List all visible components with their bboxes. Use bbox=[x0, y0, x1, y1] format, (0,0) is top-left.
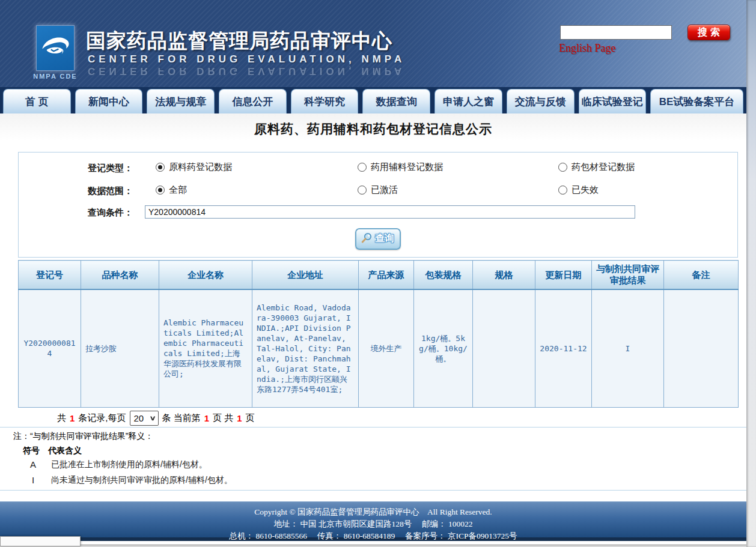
col-package-spec: 包装规格 bbox=[414, 261, 473, 289]
cell-remark bbox=[664, 289, 739, 408]
nav-tab-be-platform[interactable]: BE试验备案平台 bbox=[650, 89, 743, 113]
scope-label: 数据范围： bbox=[88, 186, 133, 197]
note-title: 注：“与制剂共同审评审批结果”释义： bbox=[13, 431, 153, 442]
page: NMPA CDE 国家药品监督管理局药品审评中心 CENTER FOR DRUG… bbox=[0, 0, 756, 547]
cde-logo[interactable] bbox=[36, 25, 75, 71]
query-label: 查询条件： bbox=[88, 207, 133, 219]
header-search-input[interactable] bbox=[560, 25, 672, 40]
results-table: 登记号 品种名称 企业名称 企业地址 产品来源 包装规格 规格 更新日期 与制剂… bbox=[18, 260, 739, 408]
nav-tab-news[interactable]: 新闻中心 bbox=[75, 89, 143, 113]
radio-icon bbox=[358, 163, 367, 172]
nav-tab-info-disclosure[interactable]: 信息公开 bbox=[219, 89, 287, 113]
pager-text: 页 共 bbox=[213, 413, 233, 424]
nav-tab-science[interactable]: 科学研究 bbox=[291, 89, 359, 113]
radio-icon bbox=[558, 163, 567, 172]
radio-label: 全部 bbox=[169, 184, 187, 196]
window-bottom-edge bbox=[0, 545, 756, 547]
per-page-value: 20 bbox=[134, 413, 144, 423]
query-button-label: 查询 bbox=[375, 232, 394, 245]
nav-tab-regulations[interactable]: 法规与规章 bbox=[147, 89, 215, 113]
page-title: 原料药、药用辅料和药包材登记信息公示 bbox=[0, 121, 746, 138]
site-title: 国家药品监督管理局药品审评中心 bbox=[86, 28, 392, 55]
note-col-symbol: 符号 bbox=[23, 446, 40, 456]
radio-label: 已失效 bbox=[572, 184, 599, 196]
radio-type-excipient[interactable]: 药用辅料登记数据 bbox=[358, 162, 443, 173]
col-review-result: 与制剂共同审评审批结果 bbox=[592, 261, 664, 289]
divider bbox=[0, 490, 746, 491]
cell-product-source: 境外生产 bbox=[359, 289, 414, 408]
radio-type-raw-material[interactable]: 原料药登记数据 bbox=[156, 162, 232, 173]
cell-update-date: 2020-11-12 bbox=[535, 289, 592, 408]
search-icon bbox=[361, 232, 373, 246]
site-subtitle: CENTER FOR DRUG EVALUATION, NMPA bbox=[88, 53, 405, 65]
col-product-source: 产品来源 bbox=[359, 261, 414, 289]
main-nav: 首 页 新闻中心 法规与规章 信息公开 科学研究 数据查询 申请人之窗 交流与反… bbox=[0, 87, 746, 113]
note-symbol: I bbox=[24, 475, 42, 485]
radio-type-packaging[interactable]: 药包材登记数据 bbox=[558, 162, 635, 173]
pager-text: 条记录,每页 bbox=[78, 413, 126, 424]
table-row: Y20200000814 拉考沙胺 Alembic Pharmaceutical… bbox=[19, 289, 739, 408]
header-search-button[interactable]: 搜索 bbox=[687, 25, 730, 40]
chevron-down-icon: ∨ bbox=[150, 414, 156, 422]
query-button[interactable]: 查询 bbox=[355, 228, 401, 250]
cell-package-spec: 1kg/桶。5kg/桶。10kg/桶。 bbox=[414, 289, 473, 408]
cell-company-address: Alembic Road, Vadodara-390003 Gujarat, I… bbox=[252, 289, 359, 408]
site-subtitle-reflection: CENTER FOR DRUG EVALUATION, NMPA bbox=[88, 65, 405, 77]
footer-contact: 总机： 8610-68585566 传真： 8610-68584189 备案序号… bbox=[0, 530, 746, 542]
col-product-name: 品种名称 bbox=[81, 261, 159, 289]
radio-icon bbox=[358, 186, 367, 195]
english-page-link[interactable]: English Page bbox=[559, 42, 616, 55]
pager-text: 共 bbox=[57, 413, 66, 424]
radio-icon bbox=[156, 186, 165, 195]
record-count: 1 bbox=[70, 413, 75, 423]
radio-label: 原料药登记数据 bbox=[169, 162, 232, 173]
note-symbol: A bbox=[24, 459, 42, 470]
type-label: 登记类型： bbox=[88, 163, 133, 174]
note-meaning: 尚未通过与制剂共同审评审批的原料/辅料/包材。 bbox=[51, 475, 233, 486]
nav-tab-feedback[interactable]: 交流与反馈 bbox=[507, 89, 575, 113]
pager-text: 页 bbox=[246, 413, 255, 424]
browser-status-popup bbox=[0, 536, 81, 546]
radio-scope-expired[interactable]: 已失效 bbox=[558, 184, 599, 196]
radio-scope-active[interactable]: 已激活 bbox=[358, 184, 398, 196]
logo-caption: NMPA CDE bbox=[25, 73, 85, 80]
site-footer: Copyright © 国家药品监督管理局药品审评中心 All Right Re… bbox=[0, 501, 746, 541]
radio-icon bbox=[156, 163, 165, 172]
cell-review-result: I bbox=[592, 289, 664, 408]
filter-panel: 登记类型： 原料药登记数据 药用辅料登记数据 药包材登记数据 数据范围： 全部 … bbox=[18, 152, 738, 258]
footer-address: 地址： 中国 北京市朝阳区建国路128号 邮编： 100022 bbox=[0, 518, 746, 530]
total-pages: 1 bbox=[237, 413, 242, 423]
site-header: NMPA CDE 国家药品监督管理局药品审评中心 CENTER FOR DRUG… bbox=[0, 0, 746, 87]
per-page-select[interactable]: 20 ∨ bbox=[130, 411, 159, 426]
note-header: 符号 代表含义 bbox=[23, 446, 82, 456]
note-col-meaning: 代表含义 bbox=[48, 446, 82, 456]
radio-label: 已激活 bbox=[371, 184, 398, 196]
current-page: 1 bbox=[204, 413, 209, 423]
col-spec: 规格 bbox=[473, 261, 535, 289]
pager-text: 条 当前第 bbox=[162, 413, 201, 424]
cde-logo-icon bbox=[39, 29, 72, 67]
col-company-address: 企业地址 bbox=[252, 261, 359, 289]
nav-tab-home[interactable]: 首 页 bbox=[3, 89, 71, 113]
cell-product-name: 拉考沙胺 bbox=[81, 289, 159, 408]
col-remark: 备注 bbox=[664, 261, 739, 289]
radio-icon bbox=[558, 186, 567, 195]
query-condition-input[interactable] bbox=[145, 205, 635, 219]
pagination: 共1条记录,每页 20 ∨ 条 当前第 1页 共 1 页 bbox=[57, 410, 255, 426]
scrollbar-track[interactable] bbox=[746, 0, 756, 547]
cell-reg-no: Y20200000814 bbox=[19, 289, 81, 408]
nav-tab-applicant-window[interactable]: 申请人之窗 bbox=[434, 89, 502, 113]
footer-copyright: Copyright © 国家药品监督管理局药品审评中心 All Right Re… bbox=[0, 506, 746, 518]
cell-company-name: Alembic Pharmaceuticals Limited;Alembic … bbox=[159, 289, 252, 408]
col-update-date: 更新日期 bbox=[535, 261, 592, 289]
radio-scope-all[interactable]: 全部 bbox=[156, 184, 187, 196]
cell-spec bbox=[473, 289, 535, 408]
note-meaning: 已批准在上市制剂使用的原料/辅料/包材。 bbox=[51, 459, 207, 470]
nav-tab-data-query[interactable]: 数据查询 bbox=[362, 89, 430, 113]
radio-label: 药用辅料登记数据 bbox=[371, 162, 443, 173]
radio-label: 药包材登记数据 bbox=[572, 162, 635, 173]
col-company-name: 企业名称 bbox=[159, 261, 252, 289]
table-header-row: 登记号 品种名称 企业名称 企业地址 产品来源 包装规格 规格 更新日期 与制剂… bbox=[19, 261, 739, 289]
nav-tab-clinical-trial[interactable]: 临床试验登记 bbox=[579, 89, 647, 113]
col-reg-no: 登记号 bbox=[19, 261, 81, 289]
